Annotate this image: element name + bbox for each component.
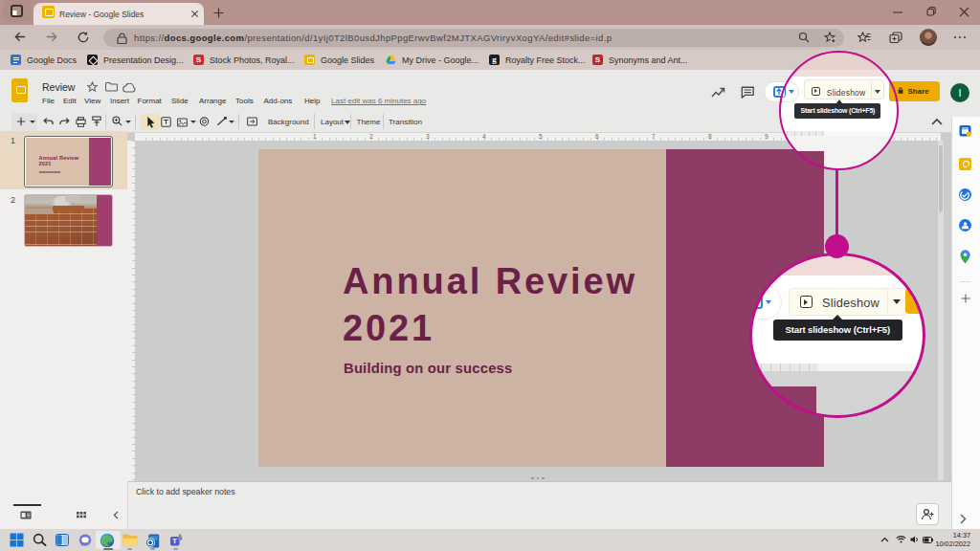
- svg-text:T: T: [172, 537, 177, 545]
